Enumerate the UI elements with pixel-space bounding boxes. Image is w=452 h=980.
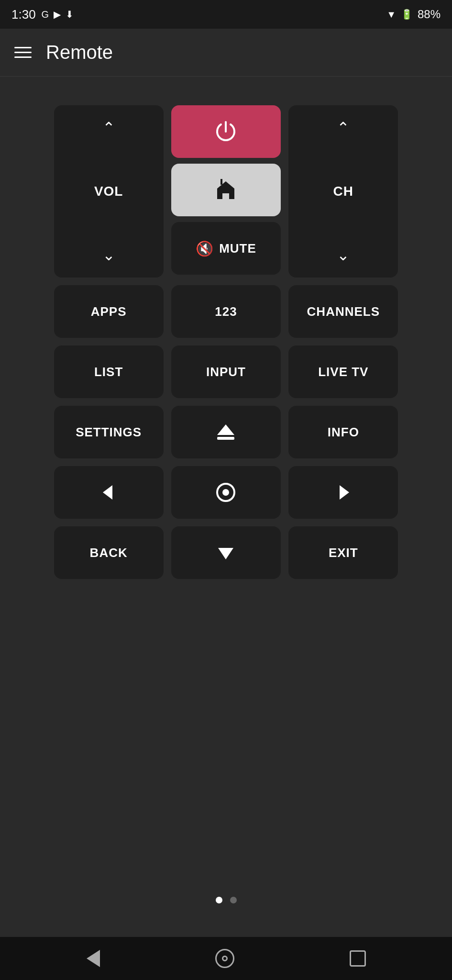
wifi-icon: ▼ [386, 9, 396, 20]
svg-rect-2 [217, 437, 234, 440]
google-icon: G [42, 9, 49, 20]
right-arrow-icon [334, 483, 353, 502]
down-arrow-button[interactable] [171, 526, 281, 579]
power-button[interactable] [171, 105, 281, 158]
center-panel: 🔇 MUTE [171, 105, 281, 278]
ch-down-arrow: ⌄ [337, 246, 350, 264]
power-icon [214, 120, 238, 144]
nav-home-button[interactable] [215, 949, 234, 968]
ch-label: CH [333, 184, 353, 199]
download-icon: ⬇ [66, 9, 74, 20]
channels-button[interactable]: CHANNELS [288, 285, 398, 338]
top-controls: ⌃ VOL ⌄ 🔇 [54, 105, 398, 278]
num123-label: 123 [215, 304, 237, 319]
eject-button[interactable] [171, 406, 281, 458]
nav-recents-icon [350, 950, 366, 967]
ch-up-arrow: ⌃ [337, 119, 350, 137]
num123-button[interactable]: 123 [171, 285, 281, 338]
row-nav-arrows [54, 466, 398, 519]
apps-button[interactable]: APPS [54, 285, 164, 338]
menu-line-3 [14, 56, 32, 58]
main-content: ⌃ VOL ⌄ 🔇 [0, 77, 452, 937]
left-arrow-icon [99, 483, 118, 502]
dot-1[interactable] [216, 897, 222, 903]
mute-button[interactable]: 🔇 MUTE [171, 222, 281, 275]
bottom-nav-bar [0, 937, 452, 980]
page-title: Remote [46, 42, 113, 63]
svg-marker-1 [217, 424, 234, 435]
info-button[interactable]: INFO [288, 406, 398, 458]
youtube-icon: ▶ [54, 9, 61, 20]
mute-label: MUTE [219, 241, 256, 256]
back-label: BACK [90, 546, 128, 560]
row-list-input-livetv: LIST INPUT LIVE TV [54, 345, 398, 398]
nav-home-inner [222, 956, 228, 961]
status-icons: G ▶ ⬇ [42, 9, 74, 20]
battery-icon: 🔋 [401, 9, 413, 20]
svg-point-5 [222, 489, 229, 496]
status-left: 1:30 G ▶ ⬇ [11, 7, 74, 22]
menu-line-2 [14, 52, 32, 53]
ok-button[interactable] [171, 466, 281, 519]
info-label: INFO [328, 425, 359, 440]
vol-down-arrow: ⌄ [102, 246, 115, 264]
status-bar: 1:30 G ▶ ⬇ ▼ 🔋 88% [0, 0, 452, 29]
home-button[interactable] [171, 164, 281, 216]
svg-marker-6 [340, 485, 349, 500]
status-time: 1:30 [11, 7, 36, 22]
nav-home-icon [215, 949, 234, 968]
nav-recents-button[interactable] [350, 950, 366, 967]
menu-button[interactable] [14, 47, 32, 58]
svg-marker-3 [103, 485, 112, 500]
row-back-down-exit: BACK EXIT [54, 526, 398, 579]
livetv-button[interactable]: LIVE TV [288, 345, 398, 398]
right-arrow-button[interactable] [288, 466, 398, 519]
input-button[interactable]: INPUT [171, 345, 281, 398]
nav-back-button[interactable] [87, 950, 100, 967]
row-apps-123-channels: APPS 123 CHANNELS [54, 285, 398, 338]
status-right: ▼ 🔋 88% [386, 8, 441, 21]
vol-up-arrow: ⌃ [102, 119, 115, 137]
back-button[interactable]: BACK [54, 526, 164, 579]
nav-dots [216, 878, 237, 918]
livetv-label: LIVE TV [318, 365, 368, 379]
exit-label: EXIT [329, 546, 358, 560]
row-settings-eject-info: SETTINGS INFO [54, 406, 398, 458]
vol-label: VOL [94, 184, 123, 199]
settings-label: SETTINGS [76, 425, 142, 440]
dot-2[interactable] [230, 897, 237, 903]
apps-label: APPS [91, 304, 127, 319]
svg-rect-0 [220, 179, 222, 185]
channels-label: CHANNELS [307, 304, 380, 319]
ok-circle-icon [214, 480, 238, 504]
list-label: LIST [94, 365, 123, 379]
menu-line-1 [14, 47, 32, 48]
nav-back-icon [87, 950, 100, 967]
input-label: INPUT [206, 365, 246, 379]
svg-marker-7 [218, 548, 233, 559]
settings-button[interactable]: SETTINGS [54, 406, 164, 458]
home-icon [214, 178, 238, 202]
left-arrow-button[interactable] [54, 466, 164, 519]
mute-icon: 🔇 [196, 240, 213, 257]
battery-percent: 88% [418, 8, 441, 21]
eject-icon [215, 422, 236, 443]
remote-container: ⌃ VOL ⌄ 🔇 [54, 105, 398, 579]
list-button[interactable]: LIST [54, 345, 164, 398]
ch-panel[interactable]: ⌃ CH ⌄ [288, 105, 398, 278]
exit-button[interactable]: EXIT [288, 526, 398, 579]
vol-panel[interactable]: ⌃ VOL ⌄ [54, 105, 164, 278]
app-bar: Remote [0, 29, 452, 77]
down-triangle-icon [215, 542, 236, 563]
